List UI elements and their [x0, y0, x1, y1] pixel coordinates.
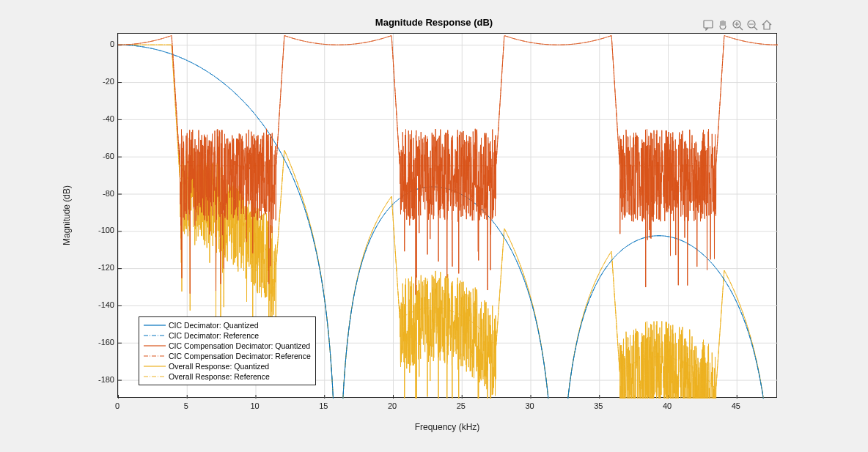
zoom-out-icon[interactable] — [746, 19, 758, 31]
legend-swatch — [144, 372, 166, 381]
legend-item[interactable]: CIC Decimator: Reference — [144, 330, 311, 341]
y-tick: -20 — [85, 77, 114, 86]
legend-swatch — [144, 352, 166, 360]
y-axis-label: Magnitude (dB) — [62, 33, 72, 398]
legend-item[interactable]: CIC Compensation Decimator: Quantized — [144, 341, 311, 351]
data-tips-icon[interactable] — [702, 19, 714, 31]
legend-swatch — [144, 321, 166, 330]
home-icon[interactable] — [761, 19, 773, 31]
y-tick: -140 — [85, 300, 114, 309]
legend-label: CIC Decimator: Quantized — [169, 320, 259, 330]
y-tick: -40 — [85, 114, 114, 123]
x-tick: 35 — [594, 401, 603, 410]
x-tick: 45 — [732, 401, 740, 410]
legend-item[interactable]: CIC Compensation Decimator: Reference — [144, 351, 311, 361]
x-tick: 0 — [115, 401, 119, 410]
x-tick: 15 — [319, 401, 328, 410]
x-tick: 20 — [388, 401, 397, 410]
x-tick: 25 — [457, 401, 466, 410]
y-tick: 0 — [85, 40, 114, 48]
legend-label: CIC Compensation Decimator: Quantized — [169, 341, 310, 351]
y-tick: -160 — [85, 338, 114, 347]
y-tick: -120 — [85, 263, 114, 272]
legend-item[interactable]: CIC Decimator: Quantized — [144, 320, 311, 330]
axes[interactable]: CIC Decimator: QuantizedCIC Decimator: R… — [117, 33, 777, 398]
x-tick: 40 — [663, 401, 672, 410]
legend-item[interactable]: Overall Response: Quantized — [144, 361, 311, 371]
figure-toolbar — [702, 19, 773, 31]
x-axis-label: Frequency (kHz) — [117, 422, 777, 432]
legend[interactable]: CIC Decimator: QuantizedCIC Decimator: R… — [139, 316, 316, 385]
legend-label: Overall Response: Quantized — [169, 361, 269, 371]
legend-label: Overall Response: Reference — [169, 371, 270, 382]
legend-swatch — [144, 341, 166, 350]
y-tick: -80 — [85, 189, 114, 198]
legend-item[interactable]: Overall Response: Reference — [144, 371, 311, 382]
y-tick: -60 — [85, 152, 114, 160]
y-tick: -180 — [85, 375, 114, 384]
pan-icon[interactable] — [717, 19, 729, 31]
figure: Magnitude Response (dB) -180-160-140-120… — [0, 0, 868, 452]
legend-swatch — [144, 331, 166, 340]
x-tick: 30 — [525, 401, 534, 410]
legend-swatch — [144, 362, 166, 371]
legend-label: CIC Compensation Decimator: Reference — [169, 351, 311, 361]
zoom-in-icon[interactable] — [732, 19, 743, 31]
y-tick: -100 — [85, 226, 114, 234]
x-tick: 10 — [250, 401, 259, 410]
legend-label: CIC Decimator: Reference — [169, 330, 259, 341]
x-tick: 5 — [184, 401, 188, 410]
svg-rect-0 — [704, 21, 713, 28]
